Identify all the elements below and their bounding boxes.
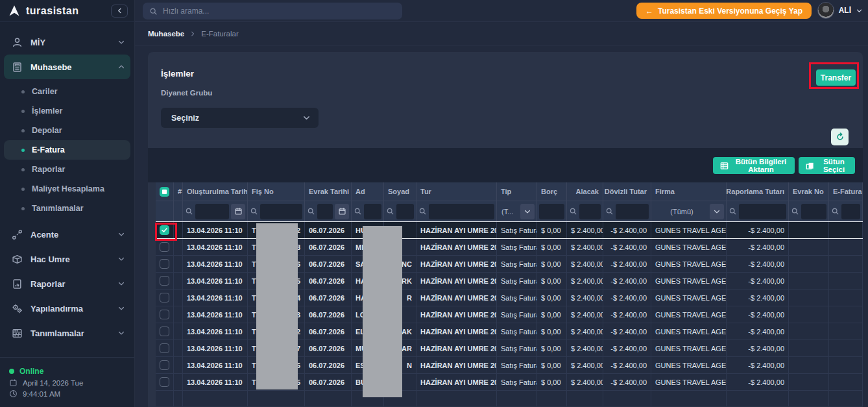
cell-sel — [156, 256, 174, 272]
sidebar-item-raporlar[interactable]: Raporlar — [0, 271, 134, 296]
column-header-alacak[interactable]: Alacak — [567, 182, 603, 201]
row-checkbox[interactable] — [160, 310, 169, 319]
row-checkbox[interactable] — [160, 259, 169, 269]
column-header-borc[interactable]: Borç — [537, 182, 567, 201]
sidebar-item-muhasebe[interactable]: Muhasebe — [4, 55, 130, 79]
calendar-icon[interactable] — [231, 204, 245, 219]
row-checkbox[interactable] — [160, 242, 169, 252]
chevron-down-icon — [117, 280, 125, 288]
sidebar-submenu: CarilerİşlemlerDepolarE-FaturaRaporlarMa… — [0, 79, 134, 222]
cell-num — [174, 256, 183, 272]
select-all-checkbox[interactable] — [160, 187, 169, 197]
cell-num — [174, 340, 183, 356]
column-header-soyad[interactable]: Soyad — [384, 182, 416, 201]
sidebar-item-acente[interactable]: Acente — [0, 222, 134, 247]
cell-evrakno — [789, 374, 829, 390]
cell-sel — [156, 340, 174, 356]
turasistan-logo-icon — [8, 5, 21, 18]
column-header-fis[interactable]: Fiş No — [248, 182, 305, 201]
filter-input-ad[interactable] — [364, 204, 381, 219]
column-header-raporlama[interactable]: Raporlama Tutarı — [727, 182, 789, 201]
column-header-efatura[interactable]: E-Fatura — [829, 182, 863, 201]
search-icon — [354, 207, 362, 216]
sidebar-subitem-i̇şlemler[interactable]: İşlemler — [0, 101, 134, 121]
filter-input-borc[interactable] — [539, 204, 564, 219]
sidebar-item-tanımlamalar[interactable]: Tanımlamalar — [0, 321, 134, 345]
page-title: İşlemler — [161, 69, 194, 79]
chevron-down-icon[interactable] — [710, 204, 724, 219]
topbar: ← Turasistan Eski Versiyonuna Geçiş Yap … — [135, 0, 868, 22]
filter-input-efatura[interactable] — [841, 204, 860, 219]
bullet-icon — [21, 129, 25, 132]
row-checkbox[interactable] — [160, 276, 169, 286]
row-checkbox[interactable] — [160, 327, 169, 336]
export-all-button[interactable]: Bütün Bilgileri Aktarın — [713, 157, 795, 174]
column-header-firma[interactable]: Firma — [651, 182, 727, 201]
sidebar: turasistan MİYMuhasebeCarilerİşlemlerDep… — [0, 0, 135, 407]
cell-dovizli: -$ 2.400,00 — [603, 374, 651, 390]
column-header-dovizli[interactable]: Dövizli Tutar — [603, 182, 651, 201]
diyanet-group-select[interactable]: Seçiniz — [161, 108, 319, 128]
sidebar-item-hac umre[interactable]: Hac Umre — [0, 247, 134, 271]
filter-cell-soyad — [384, 201, 416, 221]
refresh-button[interactable] — [831, 129, 849, 145]
sidebar-collapse-button[interactable] — [111, 5, 128, 18]
breadcrumb: Muhasebe E-Faturalar — [135, 22, 868, 45]
chevron-down-icon[interactable] — [520, 204, 535, 219]
filter-cell-fis — [248, 201, 305, 221]
cell-raporlama: -$ 2.400,00 — [727, 374, 789, 390]
cell-efatura — [829, 256, 863, 272]
filter-input-raporlama[interactable] — [739, 204, 786, 219]
chevron-down-icon — [856, 7, 863, 14]
sidebar-subitem-depolar[interactable]: Depolar — [0, 121, 134, 140]
column-header-num[interactable]: # — [174, 182, 183, 201]
cell-dovizli: -$ 2.400,00 — [603, 340, 651, 356]
columns-icon — [805, 161, 815, 171]
filter-input-tur[interactable] — [429, 204, 494, 219]
sidebar-subitem-tanımlamalar[interactable]: Tanımlamalar — [0, 199, 134, 218]
row-checkbox[interactable] — [160, 360, 169, 370]
row-checkbox[interactable] — [160, 293, 169, 302]
transfer-button[interactable]: Transfer — [816, 69, 856, 86]
search-input[interactable] — [163, 6, 396, 16]
row-checkbox[interactable] — [160, 377, 169, 387]
column-chooser-button[interactable]: Sütun Seçici — [799, 157, 855, 174]
filter-input-fis[interactable] — [260, 204, 302, 219]
column-header-ad[interactable]: Ad — [352, 182, 384, 201]
cell-num — [174, 306, 183, 323]
sidebar-item-yapılandırma[interactable]: Yapılandırma — [0, 296, 134, 321]
global-search[interactable] — [143, 3, 402, 19]
legacy-version-button[interactable]: ← Turasistan Eski Versiyonuna Geçiş Yap — [636, 3, 812, 19]
cell-num — [174, 273, 183, 289]
filter-input-alacak[interactable] — [579, 204, 601, 219]
column-header-evrakno[interactable]: Evrak No — [789, 182, 829, 201]
column-header-tur[interactable]: Tur — [416, 182, 497, 201]
user-menu[interactable]: ALİ — [817, 2, 863, 19]
breadcrumb-section[interactable]: Muhasebe — [148, 30, 184, 38]
filter-select-firma[interactable]: (Tümü) — [653, 208, 708, 216]
row-checkbox[interactable] — [160, 343, 169, 353]
calculator-icon — [12, 62, 23, 73]
transfer-highlight-box: Transfer — [809, 62, 859, 89]
sidebar-subitem-cariler[interactable]: Cariler — [0, 82, 134, 101]
sidebar-item-mi̇y[interactable]: MİY — [0, 30, 134, 55]
cell-dovizli: -$ 2.400,00 — [603, 323, 651, 339]
filter-select-tip[interactable]: (T... — [499, 208, 518, 216]
filter-input-soyad[interactable] — [396, 204, 414, 219]
cell-borc: $ 0,00 — [537, 374, 567, 390]
column-header-created[interactable]: Oluşturulma Tarihi — [183, 182, 248, 201]
sidebar-subitem-raporlar[interactable]: Raporlar — [0, 160, 134, 179]
sidebar-subitem-maliyet-hesaplama[interactable]: Maliyet Hesaplama — [0, 179, 134, 199]
sidebar-item-label: Yapılandırma — [30, 304, 83, 314]
filter-input-evrak[interactable] — [317, 204, 333, 219]
column-header-tip[interactable]: Tip — [497, 182, 537, 201]
sidebar-subitem-label: Tanımlamalar — [32, 204, 84, 213]
filter-input-dovizli[interactable] — [616, 204, 649, 219]
column-header-evrak[interactable]: Evrak Tarihi — [305, 182, 352, 201]
sidebar-subitem-e-fatura[interactable]: E-Fatura — [4, 140, 130, 160]
filter-input-evrakno[interactable] — [801, 204, 826, 219]
calendar-icon[interactable] — [335, 204, 349, 219]
search-icon — [605, 207, 614, 216]
cell-raporlama: -$ 2.400,00 — [727, 290, 789, 306]
filter-input-created[interactable] — [195, 204, 229, 219]
